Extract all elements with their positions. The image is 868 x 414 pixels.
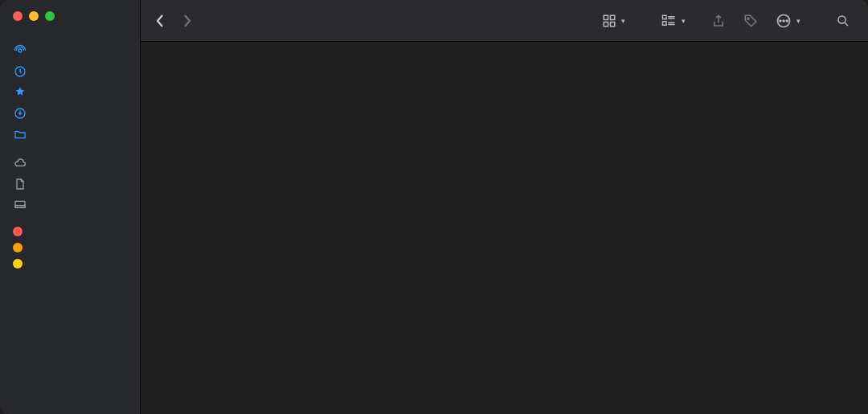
sidebar-item-creative-cloud[interactable] <box>0 124 140 145</box>
applications-icon <box>13 85 27 100</box>
main-panel: ▾ ▾ ▾ <box>141 0 868 414</box>
clock-icon <box>13 64 27 79</box>
sidebar <box>0 0 141 414</box>
nav-arrows <box>155 14 192 28</box>
cloud-icon <box>13 156 27 170</box>
view-switch-button[interactable]: ▾ <box>599 10 628 31</box>
tags-button[interactable] <box>740 10 761 31</box>
folder-icon <box>13 127 27 141</box>
svg-point-20 <box>838 16 845 23</box>
tag-yellow-icon <box>13 259 23 268</box>
svg-point-15 <box>747 17 749 18</box>
sidebar-item-tag-yellow[interactable] <box>0 256 140 272</box>
sidebar-item-tag-red[interactable] <box>0 223 140 240</box>
airdrop-icon <box>13 43 27 58</box>
minimize-button[interactable] <box>29 11 39 21</box>
downloads-icon <box>13 106 27 121</box>
sidebar-item-tag-orange[interactable] <box>0 240 140 256</box>
forward-button[interactable] <box>182 14 192 28</box>
zoom-button[interactable] <box>45 11 55 21</box>
svg-rect-3 <box>15 201 25 207</box>
desktop-icon <box>13 198 27 212</box>
svg-point-18 <box>783 20 784 22</box>
sidebar-section-favorites <box>0 32 140 40</box>
chevron-down-icon: ▾ <box>796 17 800 25</box>
share-button[interactable] <box>708 10 729 31</box>
sidebar-item-airdrop[interactable] <box>0 40 140 61</box>
sidebar-item-applications[interactable] <box>0 82 140 103</box>
document-icon <box>13 177 27 191</box>
sidebar-section-tags <box>0 215 140 223</box>
chevron-down-icon: ▾ <box>682 17 686 25</box>
sidebar-section-icloud <box>0 145 140 153</box>
sidebar-item-documents[interactable] <box>0 174 140 195</box>
svg-rect-8 <box>611 22 615 26</box>
sidebar-item-desktop[interactable] <box>0 195 140 215</box>
svg-rect-9 <box>663 15 667 19</box>
svg-rect-5 <box>604 15 608 19</box>
window-controls <box>0 8 140 32</box>
action-button[interactable]: ▾ <box>772 10 804 32</box>
group-button[interactable]: ▾ <box>657 10 689 31</box>
file-grid[interactable] <box>141 42 868 414</box>
toolbar: ▾ ▾ ▾ <box>141 0 868 42</box>
svg-point-19 <box>786 20 788 22</box>
sidebar-item-icloud-drive[interactable] <box>0 153 140 174</box>
sidebar-item-downloads[interactable] <box>0 103 140 124</box>
svg-rect-7 <box>604 22 608 26</box>
sidebar-item-recents[interactable] <box>0 61 140 82</box>
search-button[interactable] <box>833 10 854 31</box>
svg-point-0 <box>18 49 22 52</box>
close-button[interactable] <box>13 11 23 21</box>
finder-window: ▾ ▾ ▾ <box>0 0 868 414</box>
svg-rect-4 <box>15 206 25 208</box>
chevron-down-icon: ▾ <box>621 17 625 25</box>
tag-orange-icon <box>13 243 23 252</box>
back-button[interactable] <box>155 14 165 28</box>
svg-rect-10 <box>663 21 667 25</box>
tag-red-icon <box>13 227 23 236</box>
svg-point-17 <box>780 20 781 22</box>
svg-rect-6 <box>611 15 615 19</box>
